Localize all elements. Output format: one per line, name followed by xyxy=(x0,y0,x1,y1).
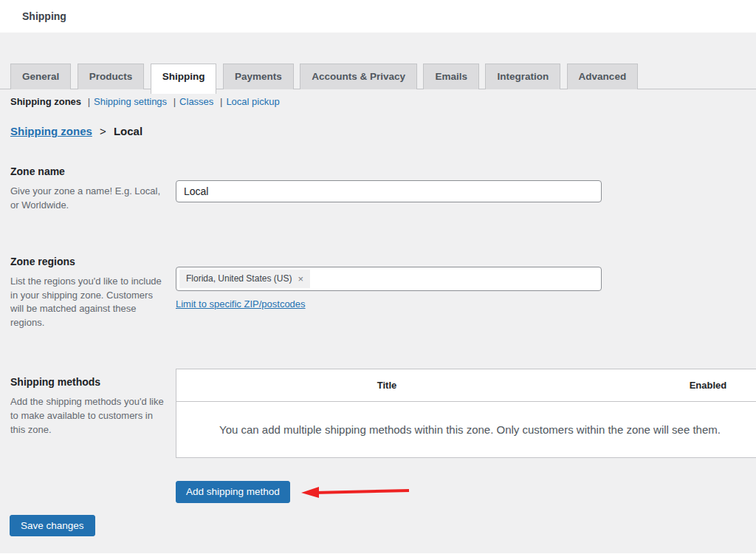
subnav-shipping-zones[interactable]: Shipping zones xyxy=(10,96,81,107)
tab-integration[interactable]: Integration xyxy=(485,64,560,89)
subnav-classes[interactable]: Classes xyxy=(179,96,213,107)
add-method-button-row: Add shipping method xyxy=(176,481,756,503)
zone-regions-field-block: Florida, United States (US) × Limit to s… xyxy=(176,256,756,330)
breadcrumb: Shipping zones > Local xyxy=(10,125,756,137)
subnav-separator: | xyxy=(173,96,176,107)
zone-regions-label: Zone regions xyxy=(10,256,176,267)
zone-name-input[interactable] xyxy=(176,180,602,202)
breadcrumb-shipping-zones-link[interactable]: Shipping zones xyxy=(10,125,92,137)
shipping-methods-row: Shipping methods Add the shipping method… xyxy=(10,376,756,458)
zone-name-field-block xyxy=(176,165,756,213)
zone-name-row: Zone name Give your zone a name! E.g. Lo… xyxy=(10,165,756,213)
limit-zip-postcodes-link[interactable]: Limit to specific ZIP/postcodes xyxy=(176,298,306,310)
zone-regions-description: List the regions you'd like to include i… xyxy=(10,275,167,330)
tab-accounts-privacy[interactable]: Accounts & Privacy xyxy=(300,64,417,89)
breadcrumb-separator: > xyxy=(100,125,106,137)
save-changes-button[interactable]: Save changes xyxy=(10,515,95,536)
zone-regions-select[interactable]: Florida, United States (US) × xyxy=(176,267,602,291)
tab-products[interactable]: Products xyxy=(78,64,145,89)
empty-methods-message: You can add multiple shipping methods wi… xyxy=(176,402,756,457)
add-shipping-method-button[interactable]: Add shipping method xyxy=(176,481,290,503)
tab-emails[interactable]: Emails xyxy=(423,64,479,89)
shipping-methods-field-block: Title Enabled You can add multiple shipp… xyxy=(176,376,756,458)
zone-name-description: Give your zone a name! E.g. Local, or Wo… xyxy=(10,185,167,213)
shipping-methods-label: Shipping methods xyxy=(10,376,176,388)
shipping-methods-label-block: Shipping methods Add the shipping method… xyxy=(10,376,176,458)
zone-name-label-block: Zone name Give your zone a name! E.g. Lo… xyxy=(10,165,176,213)
bottom-white-strip xyxy=(0,553,756,557)
column-header-title: Title xyxy=(176,369,597,401)
red-arrow-annotation-icon xyxy=(301,485,412,499)
page-title: Shipping xyxy=(22,10,66,22)
tab-payments[interactable]: Payments xyxy=(223,64,294,89)
shipping-subnav: Shipping zones |Shipping settings |Class… xyxy=(10,96,756,107)
zone-name-label: Zone name xyxy=(10,165,176,177)
remove-region-icon[interactable]: × xyxy=(298,273,303,284)
region-tag-label: Florida, United States (US) xyxy=(186,273,292,284)
shipping-methods-table-header: Title Enabled xyxy=(176,369,756,402)
settings-tab-bar: General Products Shipping Payments Accou… xyxy=(0,64,756,89)
shipping-methods-description: Add the shipping methods you'd like to m… xyxy=(10,395,167,437)
zone-regions-row: Zone regions List the regions you'd like… xyxy=(10,256,756,330)
save-button-row: Save changes xyxy=(10,515,756,536)
breadcrumb-current-zone: Local xyxy=(114,125,142,137)
tab-shipping[interactable]: Shipping xyxy=(151,64,217,94)
tab-general[interactable]: General xyxy=(10,64,71,89)
subnav-local-pickup[interactable]: Local pickup xyxy=(226,96,279,107)
subnav-separator: | xyxy=(88,96,90,107)
admin-header-bar: Shipping xyxy=(0,0,756,33)
column-header-enabled: Enabled xyxy=(597,369,756,401)
subnav-separator: | xyxy=(220,96,222,107)
region-tag: Florida, United States (US) × xyxy=(179,270,310,288)
tab-advanced[interactable]: Advanced xyxy=(567,64,639,89)
zone-regions-label-block: Zone regions List the regions you'd like… xyxy=(10,256,176,330)
subnav-shipping-settings[interactable]: Shipping settings xyxy=(94,96,167,107)
shipping-methods-table: Title Enabled You can add multiple shipp… xyxy=(176,369,756,458)
